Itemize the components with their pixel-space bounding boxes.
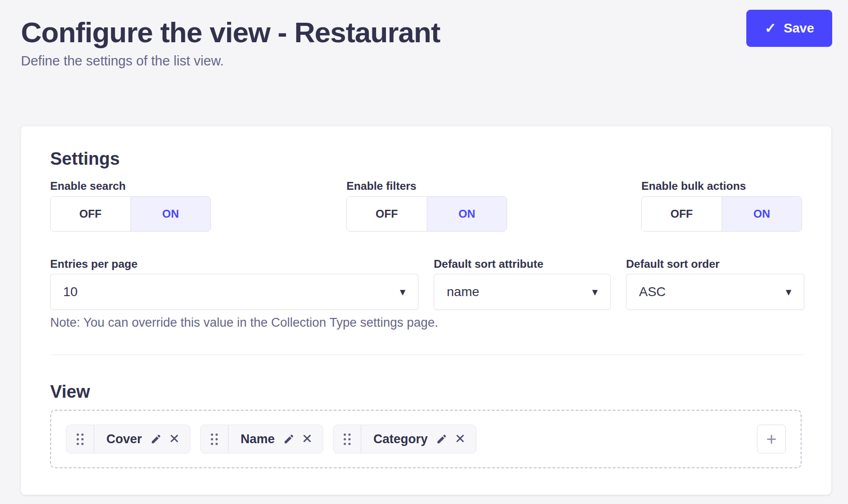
save-button-label: Save [784, 21, 814, 36]
close-icon: ✕ [169, 433, 180, 446]
default-sort-attribute-select[interactable]: name ▾ [434, 274, 611, 310]
enable-filters-on-button[interactable]: ON [427, 197, 507, 231]
enable-bulk-actions-label: Enable bulk actions [641, 180, 802, 192]
drag-dots-icon [344, 433, 351, 445]
pencil-icon [436, 433, 447, 445]
close-icon: ✕ [302, 433, 313, 446]
default-sort-order-field: Default sort order ASC ▾ [626, 258, 804, 310]
default-sort-attribute-label: Default sort attribute [434, 258, 611, 270]
default-sort-attribute-field: Default sort attribute name ▾ [434, 258, 611, 310]
edit-field-button[interactable] [150, 433, 162, 445]
default-sort-order-label: Default sort order [626, 258, 804, 270]
enable-bulk-actions-toggle: OFF ON [641, 196, 802, 232]
enable-search-label: Enable search [50, 180, 346, 192]
save-button[interactable]: ✓ Save [746, 10, 832, 47]
view-section-heading: View [50, 381, 805, 402]
drag-handle[interactable] [333, 425, 361, 453]
chevron-down-icon: ▾ [400, 286, 405, 297]
enable-bulk-actions-on-button[interactable]: ON [722, 197, 802, 231]
default-sort-attribute-value: name [447, 284, 479, 299]
field-layout-dropzone: Cover ✕ Name ✕ Category [50, 410, 802, 468]
check-icon: ✓ [764, 21, 776, 35]
edit-field-button[interactable] [283, 433, 294, 445]
enable-search-field: Enable search OFF ON [50, 180, 346, 232]
entries-per-page-value: 10 [63, 284, 78, 299]
drag-handle[interactable] [66, 425, 94, 453]
page-title: Configure the view - Restaurant [21, 16, 827, 49]
pencil-icon [150, 433, 162, 445]
field-pill-label: Name [241, 432, 275, 446]
page-subtitle: Define the settings of the list view. [21, 53, 827, 69]
edit-field-button[interactable] [436, 433, 447, 445]
remove-field-button[interactable]: ✕ [302, 433, 313, 446]
pencil-icon [283, 433, 294, 445]
remove-field-button[interactable]: ✕ [455, 433, 465, 446]
field-pill-label: Cover [106, 432, 142, 446]
enable-filters-label: Enable filters [346, 180, 641, 192]
drag-handle[interactable] [201, 425, 228, 453]
field-pill-label: Category [373, 432, 428, 446]
section-divider [50, 355, 805, 355]
settings-selects-row: Entries per page 10 ▾ Default sort attri… [50, 258, 805, 310]
close-icon: ✕ [455, 433, 465, 446]
enable-filters-toggle: OFF ON [346, 196, 507, 232]
enable-search-toggle: OFF ON [50, 196, 211, 232]
settings-section-heading: Settings [50, 149, 805, 169]
configure-view-card: Settings Enable search OFF ON Enable fil… [21, 126, 831, 495]
drag-dots-icon [77, 433, 84, 445]
entries-per-page-select[interactable]: 10 ▾ [50, 274, 418, 310]
settings-toggles-row: Enable search OFF ON Enable filters OFF … [50, 180, 805, 232]
remove-field-button[interactable]: ✕ [169, 433, 180, 446]
field-pill-category[interactable]: Category ✕ [333, 425, 476, 453]
field-pill-cover[interactable]: Cover ✕ [66, 425, 190, 453]
enable-search-off-button[interactable]: OFF [51, 197, 130, 231]
add-field-button[interactable]: + [757, 425, 786, 453]
plus-icon: + [766, 430, 776, 448]
default-sort-order-select[interactable]: ASC ▾ [626, 274, 804, 310]
enable-filters-field: Enable filters OFF ON [346, 180, 641, 232]
chevron-down-icon: ▾ [786, 286, 791, 297]
entries-per-page-field: Entries per page 10 ▾ [50, 258, 418, 310]
field-pill-name[interactable]: Name ✕ [200, 425, 323, 453]
entries-per-page-label: Entries per page [50, 258, 418, 270]
entries-per-page-note: Note: You can override this value in the… [50, 316, 805, 330]
enable-filters-off-button[interactable]: OFF [347, 197, 427, 231]
chevron-down-icon: ▾ [592, 286, 598, 297]
page-header: Configure the view - Restaurant Define t… [0, 0, 848, 69]
enable-bulk-actions-off-button[interactable]: OFF [642, 197, 722, 231]
drag-dots-icon [211, 433, 218, 445]
default-sort-order-value: ASC [639, 284, 666, 299]
enable-search-on-button[interactable]: ON [130, 197, 211, 231]
enable-bulk-actions-field: Enable bulk actions OFF ON [641, 180, 802, 232]
